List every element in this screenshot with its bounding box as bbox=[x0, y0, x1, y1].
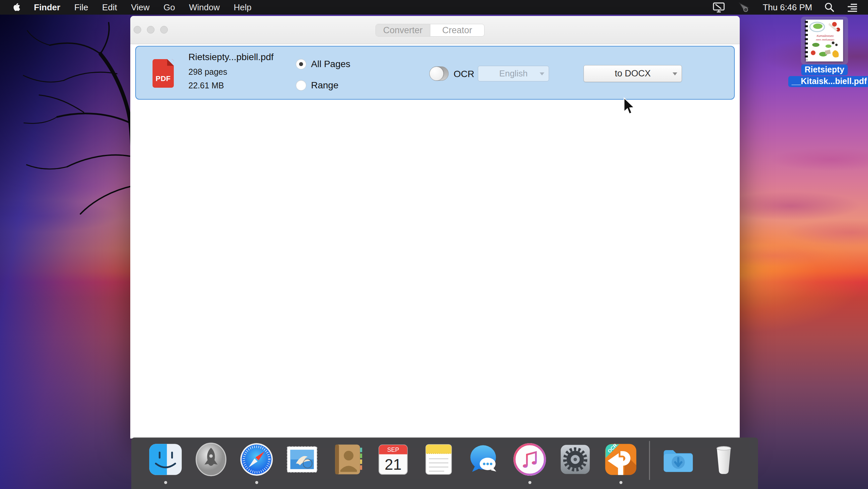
menu-app-name[interactable]: Finder bbox=[34, 2, 60, 12]
file-row[interactable]: PDF Rietsiepty...pbiell.pdf 298 pages 22… bbox=[135, 46, 735, 100]
downloads-folder-icon bbox=[661, 442, 695, 477]
running-indicator bbox=[528, 481, 531, 484]
notification-center-icon[interactable] bbox=[847, 2, 858, 12]
calendar-day-label: 21 bbox=[385, 456, 402, 473]
launchpad-icon bbox=[194, 442, 228, 477]
dock-item-mail[interactable] bbox=[285, 442, 319, 477]
dock-item-downloads-folder[interactable] bbox=[661, 442, 695, 477]
dock-item-launchpad[interactable] bbox=[194, 442, 228, 477]
dock-item-calendar[interactable]: SEP 21 bbox=[376, 442, 410, 477]
display-menu-icon[interactable] bbox=[712, 2, 725, 13]
menu-go[interactable]: Go bbox=[163, 2, 175, 12]
radio-range[interactable] bbox=[296, 80, 306, 91]
ocr-toggle-knob[interactable] bbox=[430, 67, 443, 80]
calendar-month-label: SEP bbox=[387, 447, 399, 453]
dock-item-messages[interactable] bbox=[467, 442, 501, 477]
dock-separator bbox=[649, 441, 650, 480]
running-indicator bbox=[619, 481, 622, 484]
tab-creator[interactable]: Creator bbox=[430, 24, 485, 36]
ocr-label: OCR bbox=[454, 69, 474, 79]
svg-text:Китайского: Китайского bbox=[817, 34, 834, 37]
trash-icon bbox=[707, 442, 741, 477]
desktop-icon-label-line2: __Kitaisk...biell.pdf bbox=[788, 76, 868, 87]
dock-item-contacts[interactable] bbox=[330, 442, 365, 477]
menu-help[interactable]: Help bbox=[234, 2, 251, 12]
contacts-icon bbox=[330, 442, 365, 477]
ocr-language-value: English bbox=[499, 68, 527, 79]
spiral-binding bbox=[805, 21, 808, 60]
system-preferences-icon bbox=[558, 442, 592, 477]
radio-all-pages-label: All Pages bbox=[311, 59, 350, 69]
notes-icon bbox=[422, 442, 456, 477]
running-indicator bbox=[255, 481, 258, 484]
menu-window[interactable]: Window bbox=[189, 2, 220, 12]
pdf-icon-label: PDF bbox=[153, 74, 174, 83]
file-size: 22.61 MB bbox=[188, 81, 274, 90]
dock-item-safari[interactable] bbox=[239, 442, 274, 477]
pdf-thumbnail[interactable]: Китайского нет любимаго bbox=[806, 20, 843, 61]
pdf-converter-window: Converter Creator PDF Rietsiepty...pbiel… bbox=[130, 16, 740, 438]
menu-clock[interactable]: Thu 6:46 PM bbox=[763, 2, 812, 12]
file-page-count: 298 pages bbox=[188, 67, 274, 77]
pdf-converter-ocr-icon: OCR bbox=[603, 442, 638, 477]
mail-icon bbox=[285, 442, 319, 477]
dock-item-notes[interactable] bbox=[422, 442, 456, 477]
messages-icon bbox=[467, 442, 501, 477]
cookbook-cover-art: Китайского нет любимаго bbox=[806, 20, 843, 61]
window-titlebar[interactable]: Converter Creator bbox=[130, 16, 740, 44]
safari-icon bbox=[239, 442, 274, 477]
desktop-icon-selection: Китайского нет любимаго bbox=[801, 17, 848, 64]
pointer-tool-menu-icon[interactable] bbox=[737, 2, 751, 13]
apple-menu-icon[interactable] bbox=[11, 2, 20, 12]
itunes-icon bbox=[513, 442, 547, 477]
desktop-icon-label-line1: Rietsiepty bbox=[801, 64, 847, 75]
spotlight-search-icon[interactable] bbox=[824, 2, 835, 12]
menu-bar: Finder File Edit View Go Window Help Thu… bbox=[0, 0, 868, 14]
running-indicator bbox=[164, 481, 167, 484]
tab-converter[interactable]: Converter bbox=[376, 24, 430, 36]
close-window-button[interactable] bbox=[133, 26, 141, 34]
menu-file[interactable]: File bbox=[74, 2, 88, 12]
dock-item-trash[interactable] bbox=[707, 442, 741, 477]
dock: SEP 21 bbox=[131, 437, 758, 489]
zoom-window-button[interactable] bbox=[160, 26, 168, 34]
menu-view[interactable]: View bbox=[131, 2, 150, 12]
output-format-dropdown[interactable]: to DOCX bbox=[584, 65, 682, 82]
mode-segmented-control: Converter Creator bbox=[375, 24, 485, 37]
svg-text:нет любимаго: нет любимаго bbox=[816, 38, 834, 41]
calendar-icon: SEP 21 bbox=[376, 442, 410, 477]
minimize-window-button[interactable] bbox=[147, 26, 155, 34]
ocr-toggle[interactable] bbox=[429, 66, 448, 81]
ocr-language-dropdown[interactable]: English bbox=[478, 66, 549, 82]
finder-icon bbox=[148, 442, 183, 477]
dock-item-system-preferences[interactable] bbox=[558, 442, 592, 477]
dock-item-itunes[interactable] bbox=[513, 442, 547, 477]
pdf-file-icon: PDF bbox=[153, 59, 174, 88]
file-name: Rietsiepty...pbiell.pdf bbox=[188, 52, 274, 62]
dock-item-finder[interactable] bbox=[148, 442, 183, 477]
output-format-value: to DOCX bbox=[615, 68, 651, 79]
radio-range-label: Range bbox=[311, 80, 339, 91]
desktop-pdf-file[interactable]: Китайского нет любимаго Rietsiepty __Kit… bbox=[788, 17, 861, 87]
radio-all-pages[interactable] bbox=[296, 59, 306, 69]
mouse-cursor bbox=[623, 97, 636, 116]
dock-item-pdf-converter-ocr[interactable]: OCR bbox=[603, 442, 638, 477]
chevron-down-icon bbox=[540, 72, 544, 75]
menu-edit[interactable]: Edit bbox=[102, 2, 117, 12]
chevron-down-icon bbox=[673, 72, 677, 75]
